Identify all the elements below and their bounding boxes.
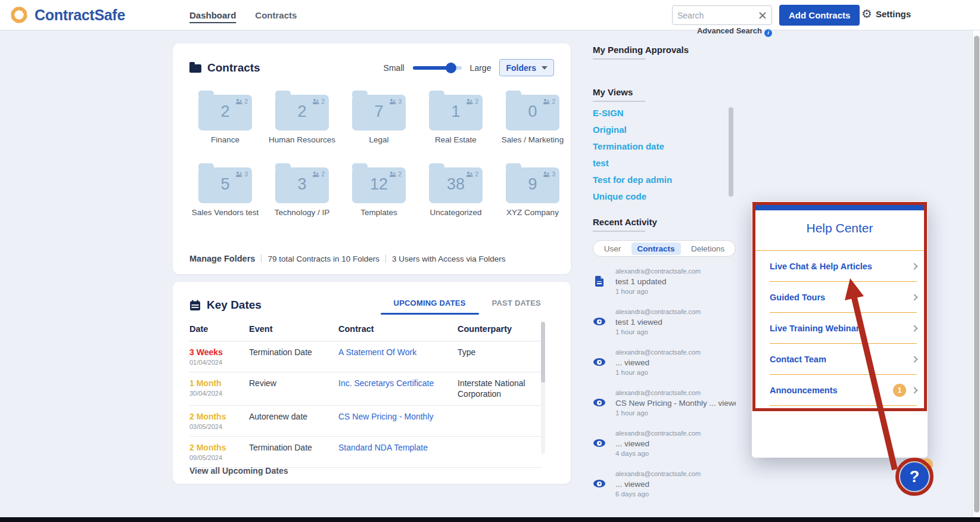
activity-item[interactable]: alexandra@contractsafe.com ... viewed 4 … <box>593 430 736 457</box>
contract-link[interactable]: Inc. Secretarys Certificate <box>338 378 458 388</box>
folder-tile[interactable]: 2 12 Templates <box>344 163 413 218</box>
help-menu-item[interactable]: Live Chat & Help Articles <box>752 251 928 282</box>
folder-tile[interactable]: 2 3 Technology / IP <box>267 163 337 218</box>
saved-view-link[interactable]: Original <box>593 125 736 135</box>
settings-button[interactable]: Settings <box>861 8 911 20</box>
activity-type-icon <box>593 399 605 406</box>
help-menu-item[interactable]: Live Training Webinars <box>752 313 928 344</box>
help-item-label: Live Training Webinars <box>770 324 893 333</box>
saved-view-link[interactable]: E-SIGN <box>593 108 736 118</box>
folder-tile[interactable]: 3 9 XYZ Company <box>498 163 567 218</box>
info-icon[interactable] <box>764 29 772 37</box>
activity-user-email: alexandra@contractsafe.com <box>615 470 736 478</box>
activity-description: CS New Pricing - Monthly ... viewed <box>615 399 736 408</box>
folder-contract-count: 38 <box>429 175 483 194</box>
event-cell: Review <box>249 378 338 389</box>
folder-tile[interactable]: 3 7 Legal <box>344 90 413 145</box>
add-contracts-button[interactable]: Add Contracts <box>779 5 860 26</box>
page-scrollbar-thumb[interactable] <box>974 36 979 512</box>
activity-list: alexandra@contractsafe.com test 1 update… <box>593 268 736 522</box>
nav-item[interactable]: Contracts <box>255 10 297 20</box>
chevron-right-icon <box>911 263 917 269</box>
activity-user-email: alexandra@contractsafe.com <box>615 308 736 316</box>
folder-tile[interactable]: 2 0 Sales / Marketing <box>498 90 567 145</box>
folder-shape: 2 12 <box>352 167 406 203</box>
folder-contract-count: 9 <box>506 175 559 194</box>
activity-item[interactable]: alexandra@contractsafe.com test 1 viewed… <box>593 308 736 335</box>
key-dates-tab[interactable]: PAST DATES <box>479 295 554 315</box>
view-selector-dropdown[interactable]: Folders <box>499 59 554 76</box>
sidebar-scrollbar-thumb[interactable] <box>729 107 733 197</box>
column-header: Contract <box>338 324 458 334</box>
advanced-search-link[interactable]: Advanced Search <box>672 26 772 37</box>
slider-thumb[interactable] <box>446 63 456 73</box>
folder-shape: 3 5 <box>198 167 252 203</box>
activity-timestamp: 4 days ago <box>615 450 736 457</box>
search-box <box>672 5 772 25</box>
table-scrollbar-thumb[interactable] <box>541 322 545 383</box>
help-center-title: Help Center <box>752 221 928 235</box>
search-input[interactable] <box>677 11 758 20</box>
folder-size-slider[interactable] <box>413 66 462 70</box>
chevron-right-icon <box>911 325 917 331</box>
activity-user-email: alexandra@contractsafe.com <box>615 430 736 437</box>
pending-approvals-title: My Pending Approvals <box>593 45 736 60</box>
view-all-upcoming-dates-link[interactable]: View all Upcoming Dates <box>189 466 288 476</box>
activity-timestamp: 6 days ago <box>615 490 736 498</box>
folder-contract-count: 2 <box>198 102 252 121</box>
folder-tile[interactable]: 2 2 Human Resources <box>267 90 337 145</box>
folder-name: Finance <box>191 135 260 145</box>
folder-contract-count: 1 <box>429 102 483 121</box>
activity-item[interactable]: alexandra@contractsafe.com CS New Pricin… <box>593 389 736 417</box>
help-menu-item[interactable]: Announcements 1 <box>752 375 928 406</box>
activity-item[interactable]: alexandra@contractsafe.com ... viewed 6 … <box>593 470 736 498</box>
clear-search-icon[interactable] <box>758 11 767 20</box>
folder-tile[interactable]: 3 5 Sales Vendors test <box>191 163 260 218</box>
saved-view-link[interactable]: Test for dep admin <box>593 175 736 185</box>
help-button[interactable]: ? <box>900 462 929 491</box>
saved-view-link[interactable]: Unique code <box>593 191 736 201</box>
activity-description: ... viewed <box>615 358 736 367</box>
chevron-right-icon <box>911 294 917 300</box>
table-body: 3 Weeks 01/04/2024 Termination Date A St… <box>189 341 542 474</box>
help-item-label: Contact Team <box>770 355 893 364</box>
page-scrollbar[interactable] <box>972 30 980 522</box>
activity-tab[interactable]: Contracts <box>631 243 681 255</box>
table-row: 1 Month 30/04/2024 Review Inc. Secretary… <box>189 372 542 406</box>
table-header-row: DateEventContractCounterparty <box>189 321 542 341</box>
folder-tile[interactable]: 2 2 Finance <box>191 90 260 145</box>
activity-tab[interactable]: User <box>598 243 627 255</box>
folder-name: Legal <box>344 135 413 145</box>
divider <box>261 254 262 263</box>
column-header: Event <box>249 324 338 334</box>
contractsafe-logo-icon <box>8 4 30 26</box>
saved-view-link[interactable]: Termination date <box>593 141 736 151</box>
help-menu-item[interactable]: Guided Tours <box>752 282 928 313</box>
folder-size-control: Small Large Folders <box>384 59 554 76</box>
folder-tile[interactable]: 2 1 Real Estate <box>421 90 490 145</box>
table-scrollbar[interactable] <box>541 322 545 454</box>
brand[interactable]: ContractSafe <box>8 4 125 26</box>
right-sidebar: My Pending Approvals My Views E-SIGNOrig… <box>593 45 736 522</box>
activity-timestamp: 1 hour ago <box>615 369 736 376</box>
brand-name: ContractSafe <box>35 7 125 24</box>
activity-type-icon <box>593 439 605 447</box>
folder-tile[interactable]: 2 38 Uncategorized <box>421 163 490 218</box>
activity-tab[interactable]: Deletions <box>685 243 730 255</box>
help-menu-item[interactable]: Contact Team <box>752 344 928 375</box>
activity-user-email: alexandra@contractsafe.com <box>615 349 736 356</box>
activity-item[interactable]: alexandra@contractsafe.com test 1 update… <box>593 268 736 295</box>
contract-link[interactable]: A Statement Of Work <box>338 347 458 357</box>
nav-item[interactable]: Dashboard <box>189 10 236 20</box>
folder-name: Real Estate <box>421 135 490 145</box>
event-cell: Termination Date <box>249 443 338 453</box>
key-dates-tab[interactable]: UPCOMING DATES <box>381 295 479 315</box>
contract-link[interactable]: Standard NDA Template <box>338 443 458 452</box>
activity-filter-tabs: UserContractsDeletions <box>593 240 736 257</box>
contract-link[interactable]: CS New Pricing - Monthly <box>338 412 458 421</box>
manage-folders-link[interactable]: Manage Folders <box>189 254 255 263</box>
activity-item[interactable]: alexandra@contractsafe.com ... viewed 1 … <box>593 349 736 376</box>
my-views-title: My Views <box>593 87 736 102</box>
contracts-card: Contracts Small Large Folders 2 2 F <box>173 44 571 274</box>
saved-view-link[interactable]: test <box>593 158 736 168</box>
